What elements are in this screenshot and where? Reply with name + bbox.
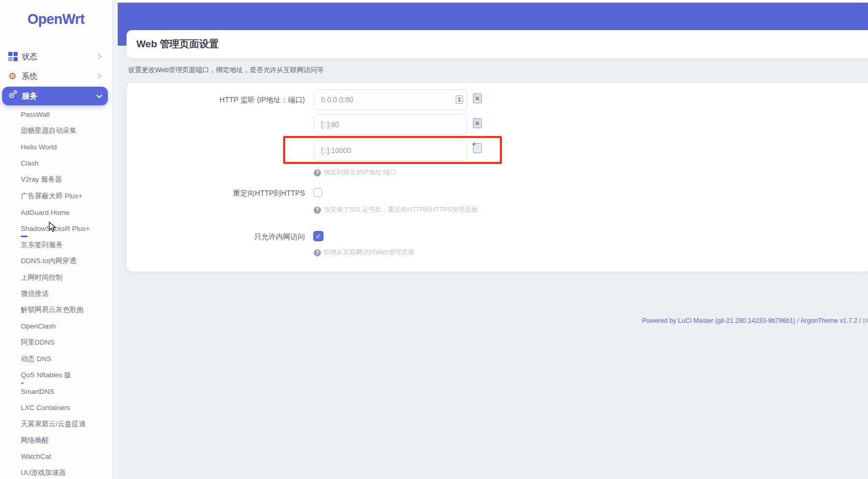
openwrt-logo: OpenWrt bbox=[0, 11, 112, 28]
http-listen-input-1[interactable]: 0.0.0.0:80 bbox=[314, 89, 467, 110]
sidebar-item-status[interactable]: 状态 bbox=[2, 47, 108, 66]
sidebar-subitem[interactable]: 甜糖星愿自动采集 bbox=[0, 122, 112, 139]
http-listen-value-2: [::]:80 bbox=[321, 120, 339, 129]
help-question-icon: ? bbox=[314, 207, 321, 214]
settings-form-card bbox=[127, 83, 868, 271]
sidebar-subitem[interactable]: PassWall bbox=[0, 106, 112, 122]
redirect-https-checkbox[interactable] bbox=[313, 188, 323, 197]
http-listen-help: ? 绑定到指定的IP地址:端口 bbox=[314, 168, 396, 177]
sidebar-subitem[interactable]: AdGuard Home bbox=[0, 204, 112, 220]
sidebar-scrollbar[interactable] bbox=[112, 0, 117, 479]
sidebar-subitem[interactable]: WatchCat bbox=[0, 448, 112, 464]
sidebar-item-system[interactable]: ⚙ 系统 bbox=[2, 67, 108, 86]
http-listen-label: HTTP 监听 (IP地址：端口) bbox=[127, 95, 305, 105]
sidebar-subitem[interactable]: 网络唤醒 bbox=[0, 432, 112, 448]
help-question-icon: ? bbox=[314, 169, 321, 176]
lan-only-checkbox[interactable]: ✓ bbox=[313, 231, 324, 241]
sidebar-subitem[interactable]: 动态 DNS bbox=[0, 351, 112, 367]
services-gears-icon: ⚙⚙ bbox=[8, 91, 22, 101]
chevron-right-icon bbox=[95, 73, 101, 79]
openwrt-luci-page: Web 管理页面设置 设置更改Web管理页面端口，绑定地址，是否允许从互联网访问… bbox=[0, 0, 868, 479]
sidebar-subitem[interactable]: 天翼家庭云/云盘提速 bbox=[0, 416, 112, 432]
sidebar-subitem[interactable]: LXC Containers bbox=[0, 400, 112, 416]
sidebar-subitem[interactable]: QoS Nftables 版 bbox=[0, 367, 112, 383]
sidebar-subitem[interactable]: Clash bbox=[0, 155, 112, 171]
chevron-right-icon bbox=[95, 53, 101, 59]
help-question-icon: ? bbox=[314, 249, 321, 256]
sidebar-subitem[interactable]: 京东签到服务 bbox=[0, 237, 112, 253]
page-title-card: Web 管理页面设置 bbox=[127, 30, 868, 58]
sidebar-subitem[interactable]: SmartDNS bbox=[0, 384, 112, 400]
footer-suffix: blea bbox=[863, 317, 868, 324]
sidebar-submenu: PassWall甜糖星愿自动采集Hello WorldClashV2ray 服务… bbox=[0, 106, 112, 479]
page-description: 设置更改Web管理页面端口，绑定地址，是否允许从互联网访问等 bbox=[128, 65, 324, 75]
http-listen-input-2[interactable]: [::]:80 bbox=[314, 114, 467, 135]
submenu-active-dash bbox=[21, 236, 27, 237]
sidebar-subitem[interactable]: Hello World bbox=[0, 139, 112, 155]
sidebar-subitem[interactable]: UU游戏加速器 bbox=[0, 465, 112, 479]
redirect-https-help: ? 当安装了SSL证书后，重定向HTTP到HTTPS管理页面 bbox=[314, 206, 478, 214]
sidebar-item-services[interactable]: ⚙⚙ 服务 bbox=[2, 87, 108, 105]
sidebar: OpenWrt 状态 ⚙ 系统 ⚙⚙ 服务 PassWall甜糖星愿自动采集He… bbox=[0, 0, 112, 479]
combobox-dropdown-icon[interactable] bbox=[456, 95, 463, 104]
add-entry-icon[interactable] bbox=[473, 143, 482, 153]
http-listen-input-3[interactable]: [::]:10000 bbox=[314, 140, 467, 161]
sidebar-subitem[interactable]: 上网时间控制 bbox=[0, 269, 112, 285]
http-listen-value-3: [::]:10000 bbox=[321, 146, 351, 155]
delete-entry-icon[interactable]: ✕ bbox=[473, 93, 482, 103]
sidebar-subitem[interactable]: 广告屏蔽大师 Plus+ bbox=[0, 188, 112, 204]
sidebar-subitem[interactable]: OpenClash bbox=[0, 318, 112, 334]
chevron-down-icon bbox=[96, 92, 102, 98]
submenu-dash bbox=[21, 382, 24, 384]
sidebar-subitem[interactable]: V2ray 服务器 bbox=[0, 172, 112, 188]
system-gear-icon: ⚙ bbox=[8, 72, 22, 81]
theme-link[interactable]: ArgonTheme v1.7.2 bbox=[801, 317, 858, 324]
sidebar-subitem[interactable]: DDNS.to内网穿透 bbox=[0, 253, 112, 269]
mouse-cursor bbox=[48, 222, 57, 233]
lan-only-label: 只允许内网访问 bbox=[127, 232, 305, 242]
powered-by-link[interactable]: Powered by LuCI Master (git-21.280.14233… bbox=[642, 317, 795, 324]
lan-only-help: ? 拒绝从互联网访问Web管理页面 bbox=[314, 248, 414, 257]
sidebar-subitem[interactable]: 解锁网易云灰色歌曲 bbox=[0, 302, 112, 318]
page-title: Web 管理页面设置 bbox=[136, 37, 219, 51]
sidebar-subitem[interactable]: 微信推送 bbox=[0, 285, 112, 302]
sidebar-subitem[interactable]: 阿里DDNS bbox=[0, 334, 112, 350]
footer: Powered by LuCI Master (git-21.280.14233… bbox=[642, 317, 868, 324]
delete-entry-icon[interactable]: ✕ bbox=[473, 118, 482, 128]
http-listen-value-1: 0.0.0.0:80 bbox=[321, 95, 353, 104]
status-grid-icon bbox=[8, 52, 22, 61]
redirect-https-label: 重定向HTTP到HTTPS bbox=[127, 189, 305, 198]
